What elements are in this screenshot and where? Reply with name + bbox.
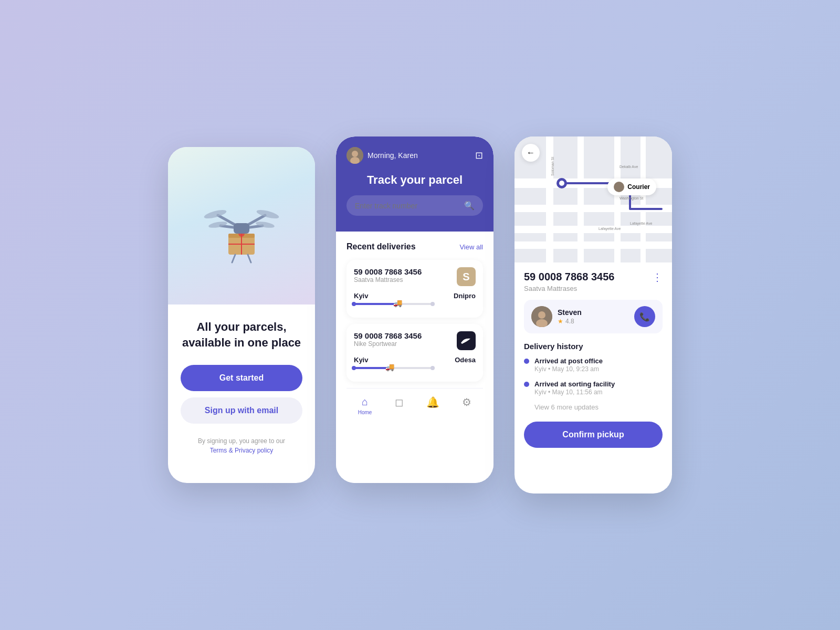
route-to-2: Odesa xyxy=(455,356,476,364)
delivery-route-2: Kyiv Odesa xyxy=(354,356,476,364)
svg-text:Dekalb Ave: Dekalb Ave xyxy=(620,165,638,169)
bottom-navbar: ⌂ Home ◻ 🔔 ⚙ xyxy=(346,388,483,423)
view-more-link[interactable]: View 6 more updates xyxy=(534,403,663,411)
svg-text:Washington St: Washington St xyxy=(620,196,643,201)
history-dot-1 xyxy=(524,359,529,364)
delivery-card-2[interactable]: 59 0008 7868 3456 Nike Sportwear Kyiv Od… xyxy=(346,324,483,382)
svg-text:Lafayette Ave: Lafayette Ave xyxy=(630,222,652,226)
terms-link[interactable]: Terms & Privacy policy xyxy=(210,447,274,454)
courier-name: Steven xyxy=(558,308,582,317)
history-content-1: Arrived at post office Kyiv • May 10, 9:… xyxy=(534,357,603,373)
detail-company: Saatva Mattrases xyxy=(524,285,663,292)
phone-icon: 📞 xyxy=(639,312,650,322)
back-arrow-icon: ← xyxy=(527,148,535,158)
history-event-2: Arrived at sorting facility xyxy=(534,380,615,388)
progress-bar-1: 🚚 xyxy=(354,303,476,308)
screen-track: Morning, Karen ⊡ Track your parcel 🔍 Rec… xyxy=(336,136,494,483)
recent-deliveries-header: Recent deliveries View all xyxy=(346,242,483,251)
delivery-info-2: 59 0008 7868 3456 Nike Sportwear xyxy=(354,331,422,354)
progress-track-2: 🚚 xyxy=(354,367,433,369)
settings-icon[interactable]: ⊡ xyxy=(475,150,483,161)
recent-deliveries-title: Recent deliveries xyxy=(346,242,416,251)
track-topbar: Morning, Karen ⊡ xyxy=(346,147,483,164)
nav-home[interactable]: ⌂ Home xyxy=(358,396,372,415)
courier-info: Steven ★ 4.8 xyxy=(531,306,582,327)
signup-email-button[interactable]: Sign up with email xyxy=(181,397,302,424)
courier-details: Steven ★ 4.8 xyxy=(558,308,582,325)
nav-deliveries[interactable]: ◻ xyxy=(395,396,404,415)
prop-bl xyxy=(208,220,227,229)
svg-point-13 xyxy=(559,181,564,186)
svg-rect-9 xyxy=(578,136,584,262)
nav-notifications[interactable]: 🔔 xyxy=(426,396,439,415)
courier-badge: Courier xyxy=(607,178,656,195)
courier-avatar xyxy=(531,306,552,327)
progress-fill-1 xyxy=(354,303,397,305)
courier-card: Steven ★ 4.8 📞 xyxy=(524,300,663,333)
delivery-history-title: Delivery history xyxy=(524,342,663,351)
more-options-button[interactable]: ⋮ xyxy=(652,271,663,284)
route-to-1: Dnipro xyxy=(454,292,476,300)
rating-value: 4.8 xyxy=(565,318,574,325)
brand-icon-saatva: S xyxy=(457,267,476,286)
svg-text:Soloman St: Soloman St xyxy=(551,157,554,176)
progress-dot-end-2 xyxy=(430,366,435,370)
nav-settings[interactable]: ⚙ xyxy=(462,396,471,415)
company-1: Saatva Mattrases xyxy=(354,276,422,284)
screens-container: All your parcels, available in one place… xyxy=(168,136,672,494)
terms-text: By signing up, you agree to our Terms & … xyxy=(198,436,285,455)
svg-point-20 xyxy=(538,311,545,319)
svg-point-1 xyxy=(352,151,358,157)
delivery-route-1: Kyiv Dnipro xyxy=(354,292,476,300)
prop-br xyxy=(255,220,275,229)
history-dot-2 xyxy=(524,382,529,387)
progress-bar-2: 🚚 xyxy=(354,367,476,372)
progress-track-1: 🚚 xyxy=(354,303,433,305)
history-item-1: Arrived at post office Kyiv • May 10, 9:… xyxy=(524,357,663,373)
delivery-card-top-1: 59 0008 7868 3456 Saatva Mattrases S xyxy=(354,267,476,290)
courier-badge-avatar xyxy=(614,182,624,192)
get-started-button[interactable]: Get started xyxy=(181,365,302,391)
svg-text:Lafayette Ave: Lafayette Ave xyxy=(598,227,621,231)
call-button[interactable]: 📞 xyxy=(634,306,655,327)
track-body: Recent deliveries View all 59 0008 7868 … xyxy=(336,232,494,483)
detail-header-row: 59 0008 7868 3456 ⋮ xyxy=(524,271,663,284)
truck-icon-1: 🚚 xyxy=(393,299,402,307)
track-user: Morning, Karen xyxy=(346,147,418,164)
progress-dot-start-2 xyxy=(352,366,356,370)
company-2: Nike Sportwear xyxy=(354,340,422,348)
track-header: Morning, Karen ⊡ Track your parcel 🔍 xyxy=(336,136,494,232)
track-username: Morning, Karen xyxy=(368,151,418,160)
back-button[interactable]: ← xyxy=(522,144,540,162)
history-content-2: Arrived at sorting facility Kyiv • May 1… xyxy=(534,380,615,396)
history-date-1: Kyiv • May 10, 9:23 am xyxy=(534,365,603,373)
truck-icon-2: 🚚 xyxy=(385,363,394,371)
hero-section xyxy=(168,147,315,304)
map-section: Soloman St Dekalb Ave Washington St Lafa… xyxy=(514,136,672,262)
search-input[interactable] xyxy=(355,202,460,210)
nike-swoosh xyxy=(460,337,472,345)
courier-rating: ★ 4.8 xyxy=(558,318,582,325)
svg-rect-8 xyxy=(546,136,553,262)
progress-fill-2 xyxy=(354,367,390,369)
drone-body-center xyxy=(234,223,249,234)
delivery-card-1[interactable]: 59 0008 7868 3456 Saatva Mattrases S Kyi… xyxy=(346,260,483,318)
brand-icon-nike xyxy=(457,331,476,350)
svg-rect-7 xyxy=(514,242,672,249)
view-all-link[interactable]: View all xyxy=(459,243,483,251)
leg-r xyxy=(248,255,251,262)
search-icon: 🔍 xyxy=(464,201,475,211)
avatar-svg xyxy=(346,147,363,164)
delivery-info-1: 59 0008 7868 3456 Saatva Mattrases xyxy=(354,267,422,290)
screen-onboarding: All your parcels, available in one place… xyxy=(168,147,315,483)
tracking-num-2: 59 0008 7868 3456 xyxy=(354,331,422,340)
courier-avatar-svg xyxy=(531,306,552,327)
confirm-pickup-button[interactable]: Confirm pickup xyxy=(524,422,663,448)
delivery-card-top-2: 59 0008 7868 3456 Nike Sportwear xyxy=(354,331,476,354)
track-title: Track your parcel xyxy=(346,173,483,187)
track-search-bar[interactable]: 🔍 xyxy=(346,195,483,216)
screen-detail: Soloman St Dekalb Ave Washington St Lafa… xyxy=(514,136,672,494)
history-event-1: Arrived at post office xyxy=(534,357,603,365)
home-label: Home xyxy=(358,410,372,415)
leg-l xyxy=(232,255,235,262)
